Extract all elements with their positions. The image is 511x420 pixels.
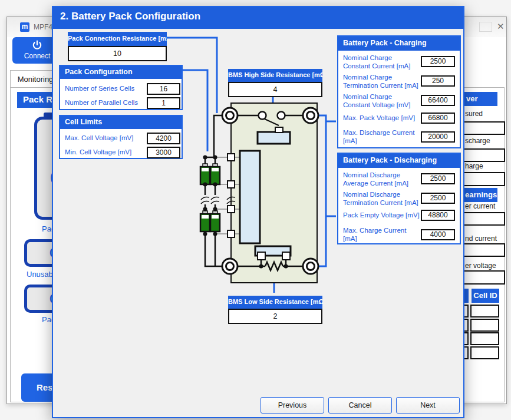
bms-high-side-resistance-header: BMS High Side Resistance [mΩ] (228, 69, 322, 82)
close-icon[interactable]: ✕ (497, 21, 505, 32)
cell-limits-panel: Cell Limits Max. Cell Voltage [mV] 4200 … (59, 115, 183, 159)
bms-high-side-resistance-input[interactable]: 4 (228, 82, 322, 97)
cell-row-1-b[interactable] (470, 305, 499, 318)
nominal-discharge-termination-current-input[interactable]: 2500 (421, 193, 455, 204)
battery-pack-configuration-dialog: 2. Battery Pack Configuration Pack Conne… (52, 6, 464, 418)
power-icon (32, 40, 42, 51)
cell-row-4-b[interactable] (470, 346, 499, 359)
nominal-charge-constant-voltage-input[interactable]: 66400 (421, 95, 455, 106)
nominal-charge-termination-current-label: Nominal Charge Termination Current [mA] (343, 74, 418, 90)
nominal-discharge-termination-current-label: Nominal Discharge Termination Current [m… (343, 191, 418, 207)
pack-configuration-title: Pack Configuration (60, 66, 182, 79)
measured-label: sured (465, 110, 483, 118)
nominal-charge-constant-voltage-label: Nominal Charge Constant Voltage [mV] (343, 93, 410, 109)
cell-row-2-b[interactable] (470, 319, 499, 332)
nominal-charge-termination-current-input[interactable]: 250 (421, 75, 455, 87)
max-charge-current-input[interactable]: 4000 (421, 229, 455, 240)
unusable-gauge-label: Unusabl (27, 270, 55, 279)
pack-configuration-panel: Pack Configuration Number of Series Cell… (59, 65, 183, 110)
previous-button[interactable]: Previous (261, 397, 324, 414)
series-cells-label: Number of Series Cells (65, 85, 134, 93)
pack-empty-voltage-input[interactable]: 48800 (421, 210, 455, 221)
max-discharge-current-input[interactable]: 20000 (421, 131, 455, 143)
bms-low-side-resistance-input[interactable]: 2 (228, 309, 322, 324)
pack-connection-resistance-input[interactable]: 10 (68, 46, 167, 61)
cell-row-3-b[interactable] (470, 332, 499, 345)
current-label-1: er current (465, 202, 495, 210)
nominal-charge-constant-current-label: Nominal Charge Constant Current [mA] (343, 54, 410, 70)
charging-panel-title: Battery Pack - Charging (338, 37, 460, 51)
min-cell-voltage-label: Min. Cell Voltage [mV] (65, 148, 131, 157)
cell-limits-title: Cell Limits (60, 116, 182, 129)
dialog-titlebar: 2. Battery Pack Configuration (53, 7, 463, 29)
series-cells-input[interactable]: 16 (147, 83, 180, 95)
bms-low-side-resistance-header: BMS Low Side Resistance [mΩ] (228, 296, 322, 309)
battery-pack-charging-panel: Battery Pack - Charging Nominal Charge C… (337, 35, 461, 148)
max-discharge-current-label: Max. Discharge Current [mA] (343, 129, 414, 145)
parallel-cells-label: Number of Parallel Cells (65, 99, 138, 107)
discharging-panel-title: Battery Pack - Discharging (338, 154, 460, 168)
max-pack-voltage-input[interactable]: 66800 (421, 113, 455, 124)
cancel-button[interactable]: Cancel (328, 397, 392, 414)
nominal-discharge-average-current-label: Nominal Discharge Average Current [mA] (343, 171, 408, 187)
battery-pack-discharging-panel: Battery Pack - Discharging Nominal Disch… (337, 153, 461, 244)
pack-connection-resistance-header: Pack Connection Resistance [mΩ] (68, 32, 167, 46)
max-pack-voltage-label: Max. Pack Voltage [mV] (343, 114, 415, 123)
discharge-label: scharge (465, 137, 490, 145)
charge-label: harge (465, 162, 483, 170)
min-cell-voltage-input[interactable]: 3000 (147, 147, 180, 158)
next-button[interactable]: Next (396, 397, 460, 414)
voltage-label: er voltage (465, 262, 496, 270)
cell-id-header: Cell ID (472, 289, 499, 303)
maximize-icon[interactable] (479, 22, 492, 32)
max-cell-voltage-label: Max. Cell Voltage [mV] (65, 134, 133, 143)
current-label-2: nd current (465, 234, 497, 243)
nominal-charge-constant-current-input[interactable]: 2500 (421, 56, 455, 67)
parallel-cells-input[interactable]: 1 (147, 97, 180, 109)
pack-empty-voltage-label: Pack Empty Voltage [mV] (343, 211, 420, 220)
max-charge-current-label: Max. Charge Current [mA] (343, 227, 406, 243)
dialog-title: 2. Battery Pack Configuration (60, 11, 200, 22)
mps-logo-icon: m (20, 22, 29, 32)
nominal-discharge-average-current-input[interactable]: 2500 (421, 173, 455, 184)
max-cell-voltage-input[interactable]: 4200 (147, 133, 180, 144)
